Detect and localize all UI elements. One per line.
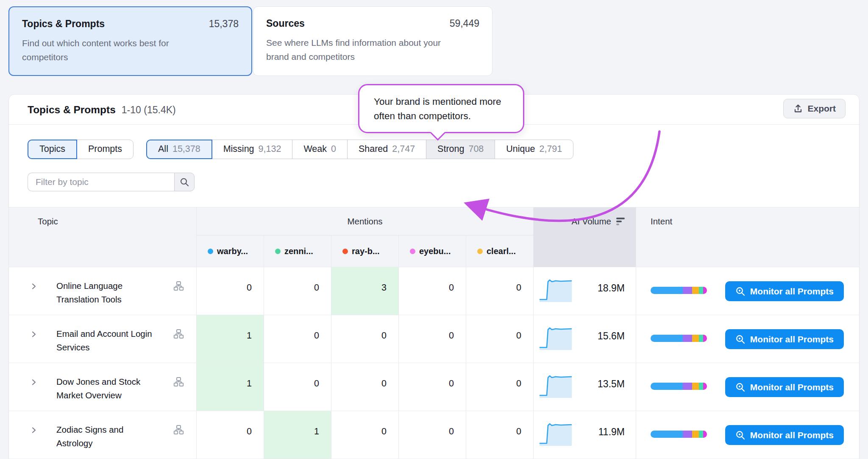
mention-value: 0: [196, 267, 264, 315]
table-row[interactable]: Online Language Translation Tools 0 0 3 …: [9, 267, 859, 315]
monitor-all-prompts-button[interactable]: Monitor all Prompts: [725, 329, 844, 349]
topic-cell[interactable]: Zodiac Signs and Astrology: [9, 411, 196, 459]
filter-weak[interactable]: Weak0: [292, 140, 348, 159]
sort-descending-icon: [616, 218, 625, 225]
mention-value: 0: [398, 411, 466, 459]
filter-all[interactable]: All15,378: [146, 140, 212, 159]
filter-missing[interactable]: Missing9,132: [212, 140, 293, 159]
export-label: Export: [807, 104, 836, 114]
mention-value-highlighted: 1: [264, 411, 331, 459]
panel-header: Topics & Prompts 1-10 (15.4K): [28, 104, 176, 116]
brand-chip-eyebu: eyebu...: [399, 235, 466, 267]
expand-chevron-icon[interactable]: [30, 378, 38, 386]
mention-value: 0: [398, 267, 466, 315]
mention-value: 0: [331, 411, 398, 459]
topics-prompts-panel: Topics & Prompts 1-10 (15.4K) Export Top…: [8, 94, 860, 459]
subtopics-icon: [173, 377, 184, 387]
card-title: Sources: [266, 18, 305, 29]
topic-name[interactable]: Dow Jones and Stock Market Overview: [56, 375, 156, 403]
intent-cell: Monitor all Prompts: [636, 267, 859, 315]
toggle-topics[interactable]: Topics: [28, 140, 77, 159]
prompt-monitor-icon: [735, 430, 746, 440]
result-range: 1-10 (15.4K): [122, 104, 176, 116]
export-icon: [793, 104, 803, 114]
search-button[interactable]: [174, 173, 195, 191]
mention-value: 0: [466, 363, 533, 411]
ai-volume-sparkline: [539, 277, 573, 303]
ai-volume-value: 15.6M: [598, 330, 625, 342]
intent-distribution-bar: [651, 335, 707, 342]
search-icon: [180, 177, 189, 187]
intent-cell: Monitor all Prompts: [636, 363, 859, 411]
brand-chip-rayb: ray-b...: [331, 235, 398, 267]
brand-dot: [410, 249, 415, 254]
prompt-monitor-icon: [735, 382, 746, 392]
prompt-monitor-icon: [735, 334, 746, 344]
card-title: Topics & Prompts: [22, 18, 105, 30]
monitor-all-prompts-button[interactable]: Monitor all Prompts: [725, 281, 844, 301]
brand-dot: [208, 249, 213, 254]
monitor-all-prompts-button[interactable]: Monitor all Prompts: [725, 377, 844, 397]
mention-value: 0: [331, 315, 398, 363]
table-row[interactable]: Dow Jones and Stock Market Overview 1 0 …: [9, 363, 859, 411]
ai-volume-sparkline: [539, 325, 573, 351]
topic-name[interactable]: Email and Account Login Services: [56, 327, 156, 355]
brand-dot: [275, 249, 281, 254]
topics-table: Topic Mentions AI Volume Intent warby...…: [9, 207, 859, 459]
mention-value-highlighted: 1: [196, 363, 264, 411]
ai-volume-value: 18.9M: [598, 283, 625, 294]
intent-cell: Monitor all Prompts: [636, 315, 859, 363]
ai-volume-sparkline: [539, 420, 573, 447]
brand-dot: [477, 249, 483, 254]
mention-value: 0: [466, 411, 533, 459]
brand-chip-warby: warby...: [197, 235, 264, 267]
view-toggle: Topics Prompts: [28, 140, 134, 159]
mention-value: 0: [466, 315, 533, 363]
brand-chip-zenni: zenni...: [264, 235, 331, 267]
expand-chevron-icon[interactable]: [30, 426, 38, 434]
topic-cell[interactable]: Email and Account Login Services: [9, 315, 196, 363]
topic-name[interactable]: Zodiac Signs and Astrology: [56, 423, 156, 451]
tooltip-text: Your brand is mentioned more often than …: [359, 85, 523, 133]
filter-controls: Topics Prompts All15,378 Missing9,132 We…: [28, 140, 573, 159]
filter-strong[interactable]: Strong708: [426, 140, 495, 159]
mention-value: 0: [398, 363, 466, 411]
mention-value: 0: [331, 363, 398, 411]
expand-chevron-icon[interactable]: [30, 283, 38, 290]
ai-volume-value: 11.9M: [598, 426, 625, 438]
ai-volume-cell: 15.6M: [533, 315, 636, 363]
prompt-monitor-icon: [735, 286, 746, 297]
brand-dot: [342, 249, 348, 254]
intent-cell: Monitor all Prompts: [636, 411, 859, 459]
expand-chevron-icon[interactable]: [30, 330, 38, 338]
mention-value-highlighted: 1: [196, 315, 264, 363]
filter-shared[interactable]: Shared2,747: [347, 140, 426, 159]
brand-header-row: warby... zenni... ray-b... eyebu... clea…: [9, 235, 859, 267]
topic-cell[interactable]: Dow Jones and Stock Market Overview: [9, 363, 196, 411]
tab-card-topics-prompts[interactable]: Topics & Prompts 15,378 Find out which c…: [8, 6, 252, 76]
monitor-all-prompts-button[interactable]: Monitor all Prompts: [725, 425, 844, 445]
topic-cell[interactable]: Online Language Translation Tools: [9, 267, 196, 315]
search-input[interactable]: [28, 173, 174, 191]
coachmark-tooltip: Your brand is mentioned more often than …: [358, 84, 524, 133]
table-row[interactable]: Zodiac Signs and Astrology 0 1 0 0 0 11.…: [9, 411, 859, 459]
tab-card-sources[interactable]: Sources 59,449 See where LLMs find infor…: [253, 6, 492, 76]
brand-chip-clearl: clearl...: [466, 235, 533, 267]
column-header-ai-volume[interactable]: AI Volume: [533, 207, 636, 235]
mention-value: 0: [196, 411, 264, 459]
topic-name[interactable]: Online Language Translation Tools: [56, 279, 156, 307]
card-count: 15,378: [209, 18, 239, 30]
table-row[interactable]: Email and Account Login Services 1 0 0 0…: [9, 315, 859, 363]
subtopics-icon: [173, 281, 184, 291]
filter-unique[interactable]: Unique2,791: [495, 140, 573, 159]
column-header-topic: Topic: [38, 216, 58, 227]
ai-volume-cell: 18.9M: [533, 267, 636, 315]
ai-volume-cell: 13.5M: [533, 363, 636, 411]
toggle-prompts[interactable]: Prompts: [77, 140, 134, 159]
card-description: Find out which content works best for co…: [22, 36, 200, 64]
topic-search: [28, 173, 195, 191]
mention-value: 0: [264, 315, 331, 363]
card-count: 59,449: [450, 18, 479, 29]
column-header-mentions: Mentions: [347, 216, 382, 227]
export-button[interactable]: Export: [783, 99, 846, 118]
